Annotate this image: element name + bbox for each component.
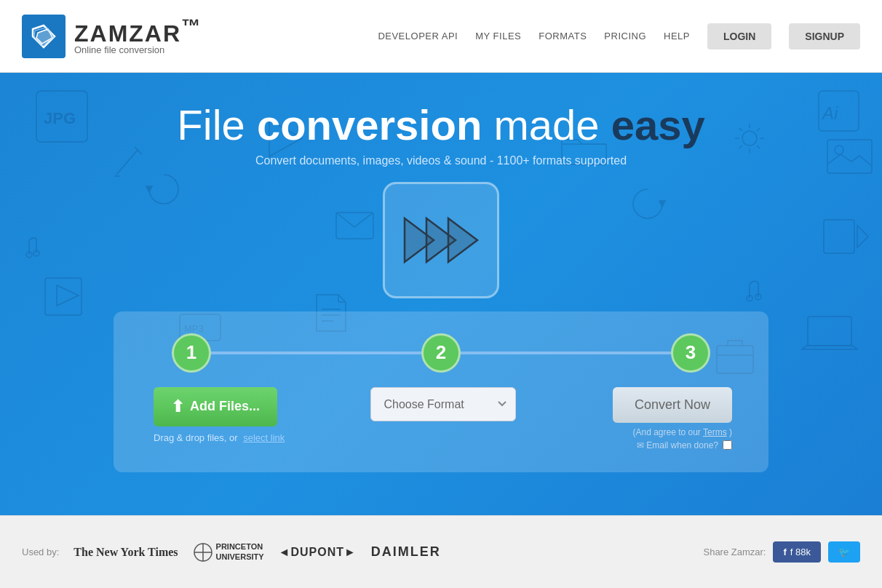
brand-princeton: PRINCETONUNIVERSITY [193, 542, 264, 563]
twitter-icon: 🐦 [838, 547, 850, 557]
svg-point-28 [835, 146, 843, 154]
select-link[interactable]: select link [243, 432, 285, 443]
footer: Used by: The New York Times PRINCETONUNI… [0, 515, 882, 588]
login-button[interactable]: LOGIN [707, 23, 771, 49]
add-files-button[interactable]: ⬆ Add Files... [154, 387, 277, 426]
svg-point-21 [742, 131, 757, 146]
nav-area: DEVELOPER API MY FILES FORMATS PRICING H… [378, 23, 860, 49]
logo-tagline: Online file conversion [74, 44, 202, 55]
step-2-circle: 2 [421, 333, 461, 373]
hero-subtitle: Convert documents, images, videos & soun… [255, 154, 627, 167]
hero-title-prefix: File [177, 101, 257, 148]
agree-text: (And agree to our Terms ) [632, 427, 732, 437]
upload-icon: ⬆ [171, 397, 184, 416]
logo-name-text: ZAMZAR [74, 20, 181, 46]
brand-nyt: The New York Times [74, 546, 178, 559]
logo-text: ZAMZAR™ Online file conversion [74, 17, 202, 56]
nav-pricing[interactable]: PRICING [604, 31, 646, 41]
svg-line-6 [135, 147, 142, 154]
svg-point-9 [26, 252, 32, 258]
convert-now-button[interactable]: Convert Now [613, 387, 732, 423]
svg-marker-30 [857, 226, 868, 247]
steps-row: 1 2 3 [150, 333, 732, 373]
svg-rect-11 [45, 278, 82, 315]
conversion-panel: 1 2 3 ⬆ Add Files... Drag & drop files, … [114, 311, 768, 472]
email-when-done-label: ✉ Email when done? [637, 440, 718, 450]
step-1-circle: 1 [172, 333, 211, 373]
step2-group: Choose Format MP4 MP3 JPG PDF PNG [363, 387, 523, 421]
add-files-label: Add Files... [190, 399, 260, 414]
svg-rect-3 [36, 91, 87, 142]
svg-marker-12 [57, 285, 79, 306]
logo-name: ZAMZAR™ [74, 17, 202, 45]
facebook-icon: f [783, 547, 786, 557]
header: ZAMZAR™ Online file conversion DEVELOPER… [0, 0, 882, 73]
svg-point-10 [33, 250, 39, 256]
used-by: Used by: The New York Times PRINCETONUNI… [22, 542, 441, 563]
svg-point-22 [747, 295, 752, 301]
svg-rect-27 [827, 140, 872, 173]
svg-marker-8 [146, 186, 152, 192]
signup-button[interactable]: SIGNUP [789, 23, 860, 49]
step1-group: ⬆ Add Files... Drag & drop files, or sel… [154, 387, 314, 443]
svg-rect-16 [336, 212, 373, 239]
share-area: Share Zamzar: f f 88k 🐦 [703, 541, 860, 563]
svg-rect-24 [808, 317, 851, 346]
nav-formats[interactable]: FORMATS [539, 31, 587, 41]
logo-area: ZAMZAR™ Online file conversion [22, 15, 202, 58]
controls-row: ⬆ Add Files... Drag & drop files, or sel… [150, 387, 732, 450]
svg-point-23 [755, 294, 761, 300]
svg-text:Ai: Ai [821, 103, 838, 123]
hero-section: JPG MP3 [0, 73, 882, 515]
svg-text:JPG: JPG [44, 109, 76, 127]
center-logo [383, 182, 499, 298]
step3-group: Convert Now (And agree to our Terms ) ✉ … [572, 387, 732, 450]
hero-title: File conversion made easy [177, 102, 704, 148]
twitter-share-button[interactable]: 🐦 [828, 541, 860, 563]
nav-my-files[interactable]: MY FILES [475, 31, 521, 41]
hero-title-bold: conversion [257, 101, 482, 148]
step-3-circle: 3 [671, 333, 710, 373]
svg-rect-25 [819, 91, 859, 131]
logo-icon [22, 15, 65, 58]
nav-developer-api[interactable]: DEVELOPER API [378, 31, 458, 41]
terms-link[interactable]: Terms [703, 427, 727, 437]
format-select[interactable]: Choose Format MP4 MP3 JPG PDF PNG [370, 387, 516, 421]
logo-tm: ™ [181, 15, 202, 37]
hero-title-dark: easy [611, 101, 705, 148]
used-by-label: Used by: [22, 547, 59, 557]
nav-help[interactable]: HELP [664, 31, 690, 41]
share-label: Share Zamzar: [703, 547, 766, 557]
email-when-done-checkbox[interactable] [723, 440, 732, 450]
brand-dupont: ◄DUPONT► [279, 546, 357, 559]
fb-count: f 88k [790, 547, 811, 557]
drag-drop-label: Drag & drop files, or [154, 432, 238, 443]
hero-title-middle: made [482, 101, 611, 148]
svg-marker-35 [448, 218, 477, 262]
svg-line-5 [116, 149, 138, 175]
drag-drop-text: Drag & drop files, or select link [154, 432, 285, 443]
email-row: ✉ Email when done? [637, 440, 732, 450]
svg-rect-29 [824, 220, 854, 253]
facebook-share-button[interactable]: f f 88k [773, 541, 821, 563]
brand-daimler: DAIMLER [371, 544, 441, 560]
svg-marker-20 [659, 201, 665, 207]
